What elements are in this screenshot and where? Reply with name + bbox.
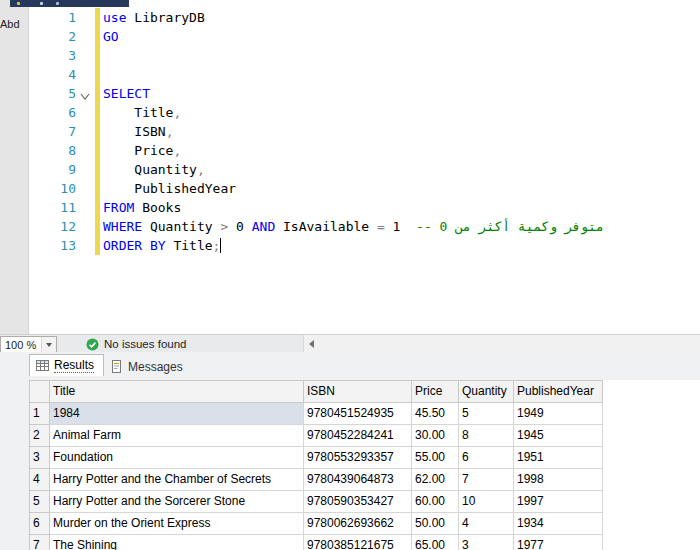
grid-cell[interactable]: Harry Potter and the Sorcerer Stone [50,491,304,513]
code-line-8[interactable]: Price, [103,141,604,160]
row-header[interactable]: 2 [30,425,50,447]
line-number: 9 [40,160,76,179]
editor-status-strip: 100 % No issues found [0,334,700,352]
health-indicator[interactable]: No issues found [86,337,186,351]
code-token: Title [103,105,173,120]
grid-cell[interactable]: Foundation [50,447,304,469]
health-label: No issues found [104,338,186,350]
code-token: 0 [228,219,251,234]
grid-cell[interactable]: 7 [459,469,514,491]
grid-cell[interactable]: 62.00 [412,469,459,491]
code-token: FROM [103,200,134,215]
row-header[interactable]: 1 [30,403,50,425]
tab-label: Results [54,358,94,373]
grid-cell[interactable]: 9780062693662 [304,513,412,535]
code-line-4[interactable] [103,65,604,84]
row-header[interactable]: 4 [30,469,50,491]
grid-cell[interactable]: 1977 [514,535,603,550]
grid-row-2: 2Animal Farm978045228424130.0081945 [30,425,603,447]
grid-cell[interactable]: 9780451524935 [304,403,412,425]
object-explorer-edge: Abd [0,0,29,334]
grid-corner-cell[interactable] [30,381,50,403]
grid-cell[interactable]: 10 [459,491,514,513]
text-caret [220,238,221,253]
code-token: AND [252,219,275,234]
query-editor[interactable]: 12345678910111213 use LibraryDBGOSELECT … [29,0,700,334]
code-line-5[interactable]: SELECT [103,84,604,103]
code-line-3[interactable] [103,46,604,65]
grid-cell[interactable]: 9780553293357 [304,447,412,469]
outline-collapse-icon[interactable] [78,88,92,98]
code-token: , [173,143,181,158]
tab-results[interactable]: Results [29,354,104,376]
grid-cell[interactable]: 9780590353427 [304,491,412,513]
row-header[interactable]: 6 [30,513,50,535]
grid-cell[interactable]: 45.50 [412,403,459,425]
scroll-left-icon[interactable] [309,340,314,348]
grid-cell[interactable]: 60.00 [412,491,459,513]
grid-cell[interactable]: 1949 [514,403,603,425]
tab-label: Messages [128,360,183,374]
line-number: 11 [40,198,76,217]
line-number: 5 [40,84,76,103]
grid-cell[interactable]: 9780385121675 [304,535,412,550]
grid-cell[interactable]: 9780439064873 [304,469,412,491]
code-token: Books [134,200,181,215]
grid-row-1: 11984978045152493545.5051949 [30,403,603,425]
grid-cell[interactable]: 5 [459,403,514,425]
code-token: use [103,10,126,25]
line-number: 6 [40,103,76,122]
grid-cell[interactable]: 30.00 [412,425,459,447]
object-explorer-label[interactable]: Abd [0,18,20,30]
titlebar-pixel [40,2,43,5]
results-grid-icon [36,359,49,372]
line-number: 2 [40,27,76,46]
grid-cell[interactable]: 65.00 [412,535,459,550]
grid-cell[interactable]: 1998 [514,469,603,491]
grid-cell[interactable]: 3 [459,535,514,550]
column-header-publishedyear[interactable]: PublishedYear [514,381,603,403]
grid-cell[interactable]: 1951 [514,447,603,469]
code-line-1[interactable]: use LibraryDB [103,8,604,27]
grid-cell[interactable]: The Shining [50,535,304,550]
grid-cell[interactable]: 1934 [514,513,603,535]
row-header[interactable]: 5 [30,491,50,513]
line-number: 13 [40,236,76,255]
row-header[interactable]: 7 [30,535,50,550]
code-token: ISBN [103,124,166,139]
code-line-7[interactable]: ISBN, [103,122,604,141]
grid-cell[interactable]: 6 [459,447,514,469]
grid-cell[interactable]: 1997 [514,491,603,513]
code-line-13[interactable]: ORDER BY Title; [103,236,604,255]
grid-cell[interactable]: 9780452284241 [304,425,412,447]
code-line-10[interactable]: PublishedYear [103,179,604,198]
code-line-11[interactable]: FROM Books [103,198,604,217]
tab-messages[interactable]: Messages [104,357,192,376]
zoom-combo[interactable]: 100 % [0,336,57,353]
grid-cell[interactable]: 50.00 [412,513,459,535]
code-area[interactable]: use LibraryDBGOSELECT Title, ISBN, Price… [103,8,604,255]
column-header-quantity[interactable]: Quantity [459,381,514,403]
titlebar-fragment [10,0,129,7]
code-line-2[interactable]: GO [103,27,604,46]
row-header[interactable]: 3 [30,447,50,469]
code-line-6[interactable]: Title, [103,103,604,122]
grid-cell[interactable]: 55.00 [412,447,459,469]
line-number: 4 [40,65,76,84]
grid-cell[interactable]: Animal Farm [50,425,304,447]
horizontal-scrollbar[interactable] [303,335,700,352]
grid-cell[interactable]: Harry Potter and the Chamber of Secrets [50,469,304,491]
code-line-9[interactable]: Quantity, [103,160,604,179]
column-header-isbn[interactable]: ISBN [304,381,412,403]
results-grid[interactable]: TitleISBNPriceQuantityPublishedYear11984… [29,380,603,550]
grid-row-5: 5Harry Potter and the Sorcerer Stone9780… [30,491,603,513]
code-line-12[interactable]: WHERE Quantity > 0 AND IsAvailable = 1 -… [103,217,604,236]
chevron-down-icon[interactable] [41,337,56,352]
grid-cell[interactable]: Murder on the Orient Express [50,513,304,535]
grid-cell[interactable]: 1945 [514,425,603,447]
column-header-title[interactable]: Title [50,381,304,403]
grid-cell[interactable]: 4 [459,513,514,535]
grid-cell[interactable]: 1984 [50,403,304,425]
grid-cell[interactable]: 8 [459,425,514,447]
column-header-price[interactable]: Price [412,381,459,403]
